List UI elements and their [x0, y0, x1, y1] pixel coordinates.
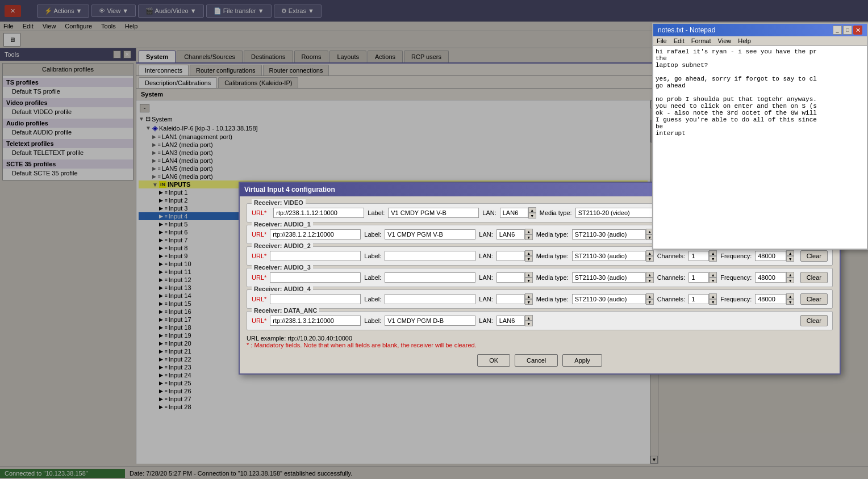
dataanc-label-input[interactable] [385, 316, 475, 326]
audio2-mediatype-down[interactable]: ▼ [646, 256, 654, 262]
audio2-lan-down[interactable]: ▼ [525, 256, 533, 262]
notepad-max-btn[interactable]: □ [843, 26, 852, 35]
audio3-mediatype-up[interactable]: ▲ [646, 272, 654, 278]
audio4-lan-lbl: LAN: [479, 296, 493, 302]
audio3-freq-down[interactable]: ▼ [786, 278, 794, 283]
notepad-view[interactable]: View [718, 37, 732, 44]
audio2-freq-up[interactable]: ▲ [786, 250, 794, 256]
audio2-lan-input[interactable] [496, 251, 525, 261]
audio2-mediatype-up[interactable]: ▲ [646, 250, 654, 256]
dialog-ok-btn[interactable]: OK [477, 354, 510, 367]
audio3-label-input[interactable] [385, 272, 475, 283]
video-mediatype-input[interactable] [575, 208, 655, 218]
audio2-url-input[interactable] [270, 251, 361, 261]
audio2-lan-up[interactable]: ▲ [525, 250, 533, 256]
dataanc-lan-input[interactable] [496, 316, 525, 326]
dataanc-lan-up[interactable]: ▲ [525, 315, 533, 321]
audio3-lan-input[interactable] [496, 272, 525, 283]
audio2-channels-down[interactable]: ▼ [709, 256, 717, 262]
audio2-freq-down[interactable]: ▼ [786, 256, 794, 262]
audio3-lan-container: ▲ ▼ [496, 272, 533, 283]
receiver-audio4-group: Receiver: AUDIO_4 URL* Label: LAN: ▲ ▼ M [247, 289, 833, 309]
video-lan-down[interactable]: ▼ [528, 213, 536, 219]
audio4-mediatype-up[interactable]: ▲ [646, 293, 654, 299]
audio4-lan-container: ▲ ▼ [496, 293, 533, 305]
audio2-label-input[interactable] [385, 251, 475, 261]
notepad-textarea[interactable]: hi rafael it's ryan - i see you have the… [653, 46, 867, 241]
audio3-url-input[interactable] [270, 272, 361, 283]
audio4-label-input[interactable] [385, 294, 475, 304]
audio2-clear-btn[interactable]: Clear [800, 250, 828, 262]
audio2-lan-spin: ▲ ▼ [525, 250, 533, 262]
audio2-freq-input[interactable] [755, 251, 786, 261]
receiver-dataanc-row: URL* Label: LAN: ▲ ▼ Clear [252, 315, 828, 326]
dataanc-lan-container: ▲ ▼ [496, 315, 533, 326]
notepad-help[interactable]: Help [738, 37, 751, 44]
dialog-title-text: Virtual Input 4 configuration [244, 186, 335, 194]
notepad-edit[interactable]: Edit [674, 37, 685, 44]
audio4-channels-down[interactable]: ▼ [709, 299, 717, 305]
audio1-lan-down[interactable]: ▼ [525, 234, 533, 240]
audio4-url-input[interactable] [270, 294, 361, 304]
audio4-freq-spin: ▲ ▼ [786, 293, 794, 305]
audio3-mediatype-down[interactable]: ▼ [646, 278, 654, 283]
notepad-file[interactable]: File [657, 37, 667, 44]
audio2-mediatype-container: ▲ ▼ [572, 250, 654, 262]
audio4-freq-lbl: Frequency: [720, 296, 752, 302]
video-lan-up[interactable]: ▲ [528, 207, 536, 213]
audio3-channels-input[interactable] [688, 272, 709, 283]
audio1-url-input[interactable] [270, 229, 361, 239]
notepad-close-btn[interactable]: ✕ [853, 26, 862, 35]
audio1-lan-up[interactable]: ▲ [525, 229, 533, 234]
dataanc-label-lbl: Label: [364, 317, 381, 324]
audio4-channels-input[interactable] [688, 294, 709, 304]
audio3-freq-input[interactable] [755, 272, 786, 283]
notepad-min-btn[interactable]: _ [833, 26, 842, 35]
notepad-title-text: notes.txt - Notepad [658, 26, 715, 34]
video-lan-input[interactable] [500, 208, 528, 218]
audio4-mediatype-spin: ▲ ▼ [646, 293, 654, 305]
audio1-mediatype-container: ▲ ▼ [572, 229, 654, 240]
audio1-label-input[interactable] [385, 229, 475, 239]
audio4-freq-input[interactable] [755, 294, 786, 304]
video-label-input[interactable] [388, 208, 479, 218]
audio2-channels-up[interactable]: ▲ [709, 250, 717, 256]
receiver-dataanc-group: Receiver: DATA_ANC URL* Label: LAN: ▲ ▼ [247, 311, 833, 330]
audio4-clear-btn[interactable]: Clear [800, 293, 828, 305]
video-lan-lbl: LAN: [482, 209, 496, 216]
audio4-lan-input[interactable] [496, 294, 525, 304]
audio4-lan-down[interactable]: ▼ [525, 299, 533, 305]
audio3-channels-down[interactable]: ▼ [709, 278, 717, 283]
audio4-mediatype-input[interactable] [572, 294, 646, 304]
dataanc-lan-down[interactable]: ▼ [525, 321, 533, 326]
dataanc-clear-btn[interactable]: Clear [800, 315, 828, 326]
audio4-channels-up[interactable]: ▲ [709, 293, 717, 299]
audio2-mediatype-input[interactable] [572, 251, 646, 261]
dialog-apply-btn[interactable]: Apply [562, 354, 602, 367]
audio3-lan-down[interactable]: ▼ [525, 278, 533, 283]
audio4-freq-down[interactable]: ▼ [786, 299, 794, 305]
receiver-audio3-group: Receiver: AUDIO_3 URL* Label: LAN: ▲ ▼ M [247, 268, 833, 287]
audio1-lan-spin: ▲ ▼ [525, 229, 533, 240]
audio4-freq-up[interactable]: ▲ [786, 293, 794, 299]
audio3-freq-up[interactable]: ▲ [786, 272, 794, 278]
audio1-mediatype-input[interactable] [572, 229, 646, 239]
audio4-channels-spin: ▲ ▼ [709, 293, 717, 305]
dialog-cancel-btn[interactable]: Cancel [515, 354, 558, 367]
audio3-lan-up[interactable]: ▲ [525, 272, 533, 278]
audio4-mediatype-down[interactable]: ▼ [646, 299, 654, 305]
audio2-label-lbl: Label: [364, 253, 381, 259]
audio3-clear-btn[interactable]: Clear [800, 272, 828, 283]
video-url-input[interactable] [273, 208, 364, 218]
audio3-label-lbl: Label: [364, 274, 381, 281]
audio4-lan-up[interactable]: ▲ [525, 293, 533, 299]
notepad-format[interactable]: Format [691, 37, 711, 44]
audio2-channels-input[interactable] [688, 251, 709, 261]
video-mediatype-lbl: Media type: [540, 209, 572, 216]
dataanc-url-input[interactable] [270, 316, 361, 326]
audio2-freq-lbl: Frequency: [720, 253, 752, 259]
audio1-lan-input[interactable] [496, 229, 525, 239]
audio3-mediatype-input[interactable] [572, 272, 646, 283]
audio3-channels-up[interactable]: ▲ [709, 272, 717, 278]
audio2-channels-spin: ▲ ▼ [709, 250, 717, 262]
